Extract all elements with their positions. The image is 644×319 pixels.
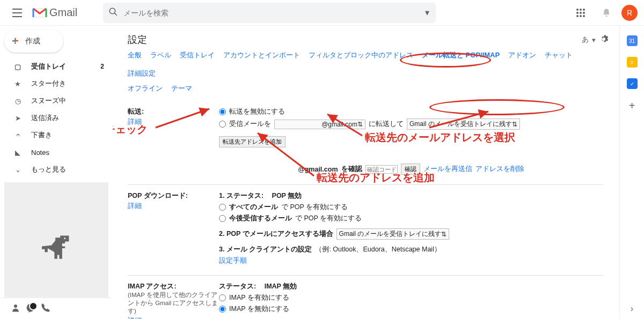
- pop-access-label: 2. POP でメールにアクセスする場合: [219, 229, 333, 239]
- forwarding-label: 転送:: [128, 108, 144, 115]
- confirmation-code-input[interactable]: [365, 165, 398, 174]
- right-rail: 31 ◊ ✓ + ›: [619, 26, 644, 319]
- pop-new-rest: で POP を有効にする: [295, 214, 362, 223]
- confirm-text: を確認: [341, 165, 362, 174]
- tab-labels[interactable]: ラベル: [150, 50, 171, 60]
- logo-text: Gmail: [49, 6, 77, 19]
- compose-button[interactable]: + 作成: [4, 30, 63, 53]
- app-header: Gmail ▾ R: [0, 0, 644, 26]
- phone-icon[interactable]: [41, 303, 50, 315]
- send-icon: ➤: [13, 114, 23, 122]
- tab-general[interactable]: 全般: [128, 50, 142, 60]
- svg-point-4: [576, 12, 579, 14]
- gear-icon[interactable]: [599, 34, 609, 46]
- radio-pop-all[interactable]: [219, 204, 226, 211]
- tab-accounts[interactable]: アカウントとインポート: [223, 50, 300, 60]
- imap-sub: (IMAP を使用して他のクライアントから Gmail にアクセスします): [128, 291, 219, 315]
- tab-inbox[interactable]: 受信トレイ: [180, 50, 215, 60]
- settings-panel: 設定 あ ▾ 全般 ラベル 受信トレイ アカウントとインポート フィルタとブロッ…: [113, 26, 619, 319]
- section-pop: POP ダウンロード: 詳細 1. ステータス: POP 無効 すべてのメールで…: [128, 184, 603, 275]
- input-lang-indicator[interactable]: あ: [582, 35, 589, 44]
- pop-status-value: POP 無効: [272, 191, 302, 201]
- add-addon-icon[interactable]: +: [629, 100, 635, 112]
- sidebar-item-label: スヌーズ中: [31, 96, 66, 106]
- sidebar-bottom: [0, 298, 113, 319]
- add-forwarding-address-button[interactable]: 転送先アドレスを追加: [219, 136, 286, 147]
- search-dropdown-icon[interactable]: ▾: [425, 8, 429, 18]
- draft-icon: 𝄐: [13, 131, 23, 139]
- compose-label: 作成: [25, 36, 40, 46]
- svg-point-7: [576, 15, 579, 17]
- pop-access-select[interactable]: Gmail のメールを受信トレイに残す⇅: [336, 228, 450, 240]
- tab-chat[interactable]: チャット: [545, 50, 573, 60]
- pop-new-bold: 今後受信するメール: [229, 214, 292, 223]
- tab-offline[interactable]: オフライン: [128, 84, 163, 93]
- sidebar-item-label: 送信済み: [31, 113, 59, 123]
- search-bar[interactable]: ▾: [103, 3, 436, 23]
- tab-addons[interactable]: アドオン: [508, 50, 536, 60]
- hangouts-icon[interactable]: [26, 303, 35, 315]
- sidebar-item-sent[interactable]: ➤送信済み: [0, 109, 113, 127]
- page-title: 設定: [128, 33, 147, 46]
- svg-rect-11: [64, 238, 65, 239]
- person-icon[interactable]: [11, 303, 20, 315]
- pop-status-label: 1. ステータス:: [219, 191, 264, 201]
- plus-icon: +: [12, 34, 19, 48]
- sidebar-item-drafts[interactable]: 𝄐下書き: [0, 127, 113, 144]
- radio-imap-enable[interactable]: [219, 294, 226, 301]
- radio-pop-new[interactable]: [219, 215, 226, 222]
- forward-enable-mid: に転送して: [369, 120, 404, 129]
- tasks-icon[interactable]: ✓: [627, 78, 638, 89]
- gmail-icon: [32, 8, 47, 18]
- search-input[interactable]: [123, 9, 430, 17]
- svg-point-0: [109, 8, 115, 14]
- tab-theme[interactable]: テーマ: [171, 84, 192, 93]
- confirm-button[interactable]: 確認: [401, 164, 420, 175]
- sidebar-item-notes[interactable]: ◣Notes: [0, 144, 113, 161]
- collapse-rail-icon[interactable]: ›: [631, 304, 633, 314]
- sidebar-item-starred[interactable]: ★スター付き: [0, 75, 113, 92]
- tab-advanced[interactable]: 詳細設定: [128, 69, 156, 78]
- imap-detail-link[interactable]: 詳細: [128, 316, 219, 319]
- resend-link[interactable]: メールを再送信: [423, 165, 472, 174]
- radio-forward-enable[interactable]: [219, 121, 226, 128]
- tab-filters[interactable]: フィルタとブロック中のアドレス: [309, 50, 413, 60]
- keep-icon[interactable]: ◊: [627, 57, 638, 68]
- svg-point-8: [580, 15, 582, 17]
- forwarding-detail-link[interactable]: 詳細: [128, 117, 219, 127]
- radio-imap-disable[interactable]: [219, 306, 226, 313]
- apps-icon[interactable]: [570, 2, 591, 24]
- pop-label: POP ダウンロード:: [128, 192, 188, 199]
- sidebar-item-label: 受信トレイ: [31, 62, 66, 71]
- annot-ellipse-select: [429, 99, 565, 115]
- menu-icon[interactable]: [6, 2, 28, 24]
- sidebar-item-more[interactable]: ⌄もっと見る: [0, 161, 113, 178]
- pop-instructions-link[interactable]: 設定手順: [219, 256, 247, 265]
- pop-example: （例: Outlook、Eudora、Netscape Mail）: [315, 245, 441, 254]
- remove-address-link[interactable]: アドレスを削除: [475, 165, 524, 174]
- calendar-icon[interactable]: 31: [627, 35, 638, 46]
- gmail-logo[interactable]: Gmail: [32, 6, 77, 19]
- clock-icon: ◷: [13, 97, 23, 105]
- notifications-icon[interactable]: [596, 2, 617, 24]
- inbox-icon: ▢: [13, 63, 23, 71]
- svg-point-12: [14, 305, 17, 308]
- star-icon: ★: [13, 80, 23, 88]
- sidebar-item-inbox[interactable]: ▢ 受信トレイ 2: [0, 58, 113, 75]
- pop-all-bold: すべてのメール: [229, 203, 278, 212]
- sidebar-item-label: もっと見る: [31, 165, 66, 174]
- radio-forward-disable[interactable]: [219, 108, 226, 115]
- svg-point-2: [580, 9, 582, 11]
- forward-keep-select[interactable]: Gmail のメールを受信トレイに残す⇅: [407, 118, 520, 130]
- pop-detail-link[interactable]: 詳細: [128, 202, 219, 211]
- svg-point-6: [583, 12, 585, 14]
- sidebar-item-snoozed[interactable]: ◷スヌーズ中: [0, 92, 113, 109]
- svg-point-9: [583, 15, 585, 17]
- pop-client-label: 3. メール クライアントの設定: [219, 245, 312, 254]
- imap-disable-label: IMAP を無効にする: [229, 305, 289, 314]
- settings-tabs-row2: オフライン テーマ: [128, 84, 619, 93]
- imap-label: IMAP アクセス:: [128, 283, 177, 290]
- account-avatar[interactable]: R: [621, 5, 638, 21]
- forward-address-select[interactable]: @gmail.com⇅: [274, 120, 365, 129]
- dino-icon: [42, 235, 71, 263]
